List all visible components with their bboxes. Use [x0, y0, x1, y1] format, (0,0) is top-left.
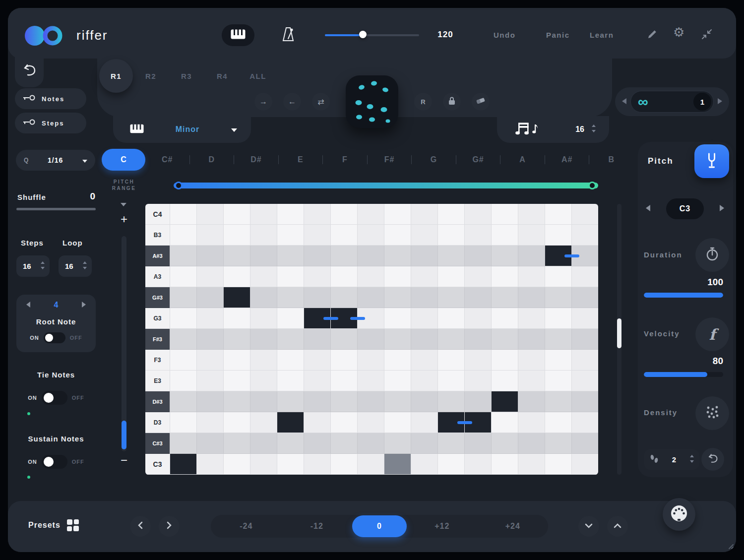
grid-cell[interactable]: [384, 454, 411, 475]
grid-cell[interactable]: [277, 454, 304, 475]
grid-cell[interactable]: [250, 225, 277, 246]
grid-cell[interactable]: [250, 266, 277, 287]
grid-cell[interactable]: [491, 412, 518, 433]
keyboard-button[interactable]: [222, 24, 254, 46]
grid-cell[interactable]: [277, 308, 304, 329]
grid-cell[interactable]: [518, 371, 545, 391]
octave-down-button[interactable]: [578, 516, 599, 537]
spinner-arrows-icon[interactable]: [689, 454, 694, 465]
grid-cell[interactable]: [437, 371, 464, 391]
grid-cell[interactable]: [170, 329, 196, 350]
spinner-arrows-icon[interactable]: [82, 261, 87, 272]
duration-slider[interactable]: [644, 293, 723, 298]
grid-cell[interactable]: [491, 287, 518, 308]
prev-preset-button[interactable]: [130, 516, 151, 537]
edit-pencil-icon[interactable]: [647, 29, 657, 41]
pitch-next-icon[interactable]: [720, 204, 724, 213]
grid-cell[interactable]: [223, 266, 250, 287]
note-letter-e[interactable]: E: [279, 155, 323, 164]
pitch-mode-button[interactable]: [694, 144, 729, 178]
step-count-spinner[interactable]: [591, 124, 596, 135]
grid-cell[interactable]: [545, 287, 571, 308]
tie-notes-toggle[interactable]: [42, 391, 67, 405]
note-letter-a[interactable]: A: [500, 155, 545, 164]
grid-cell[interactable]: [411, 266, 437, 287]
grid-cell[interactable]: [545, 391, 571, 412]
grid-cell[interactable]: [223, 329, 250, 350]
grid-cell[interactable]: [518, 287, 545, 308]
grid-cell[interactable]: [170, 350, 196, 371]
grid-cell[interactable]: [464, 391, 491, 412]
spinner-arrows-icon[interactable]: [40, 261, 45, 272]
grid-cell[interactable]: [196, 246, 223, 266]
learn-button[interactable]: Learn: [590, 31, 614, 39]
shift-right-button[interactable]: →: [254, 93, 272, 111]
grid-cell[interactable]: [330, 204, 357, 225]
step-count-control[interactable]: 16: [497, 116, 609, 143]
root-note-toggle[interactable]: [44, 332, 65, 343]
grid-cell[interactable]: [545, 454, 571, 475]
grid-cell[interactable]: [518, 454, 545, 475]
grid-cell[interactable]: [170, 266, 196, 287]
grid-cell[interactable]: [223, 204, 250, 225]
octave-option-p12[interactable]: +12: [407, 522, 478, 531]
grid-cell[interactable]: [437, 204, 464, 225]
grid-cell[interactable]: [464, 308, 491, 329]
grid-cell[interactable]: [571, 308, 598, 329]
grid-cell[interactable]: [357, 371, 384, 391]
grid-cell[interactable]: [170, 246, 196, 266]
grid-cell[interactable]: [518, 308, 545, 329]
grid-cell[interactable]: [411, 204, 437, 225]
grid-cell[interactable]: [330, 350, 357, 371]
grid-cell[interactable]: [491, 246, 518, 266]
resize-window-icon[interactable]: [701, 29, 712, 42]
octave-option-0[interactable]: 0: [352, 515, 407, 537]
next-preset-button[interactable]: [159, 516, 180, 537]
grid-cell[interactable]: [357, 433, 384, 454]
grid-cell[interactable]: [277, 433, 304, 454]
grid-cell[interactable]: [491, 371, 518, 391]
grid-cell[interactable]: [571, 266, 598, 287]
grid-cell[interactable]: [170, 454, 196, 475]
grid-cell[interactable]: [330, 391, 357, 412]
grid-cell[interactable]: [437, 308, 464, 329]
undo-button[interactable]: Undo: [494, 31, 515, 39]
grid-cell[interactable]: [437, 350, 464, 371]
duration-button[interactable]: [695, 238, 729, 272]
grid-cell[interactable]: [545, 308, 571, 329]
grid-cell[interactable]: [518, 204, 545, 225]
grid-cell[interactable]: [223, 454, 250, 475]
grid-cell[interactable]: [545, 246, 571, 266]
randomizer-tab-r4[interactable]: R4: [204, 72, 240, 80]
grid-cell[interactable]: [196, 454, 223, 475]
grid-cell[interactable]: [571, 225, 598, 246]
note-letter-ds[interactable]: D#: [234, 155, 278, 164]
grid-cell[interactable]: [464, 287, 491, 308]
root-prev-icon[interactable]: [26, 301, 30, 310]
grid-cell[interactable]: [545, 350, 571, 371]
zoom-in-button[interactable]: +: [118, 212, 130, 226]
grid-cell[interactable]: [196, 350, 223, 371]
bpm-slider-handle[interactable]: [359, 31, 367, 38]
grid-cell[interactable]: [277, 287, 304, 308]
grid-cell[interactable]: [411, 308, 437, 329]
grid-cell[interactable]: [304, 371, 330, 391]
grid-cell[interactable]: [437, 433, 464, 454]
grid-cell[interactable]: [223, 371, 250, 391]
notes-lock-toggle[interactable]: Notes: [15, 88, 86, 109]
vertical-zoom-thumb[interactable]: [122, 421, 126, 449]
grid-cell[interactable]: [330, 287, 357, 308]
grid-cell[interactable]: [437, 225, 464, 246]
grid-cell[interactable]: [196, 371, 223, 391]
grid-cell[interactable]: [304, 433, 330, 454]
sustain-notes-toggle[interactable]: [42, 455, 67, 469]
grid-cell[interactable]: [464, 225, 491, 246]
grid-cell[interactable]: [491, 204, 518, 225]
erase-button[interactable]: [472, 93, 490, 111]
grid-cell[interactable]: [196, 433, 223, 454]
grid-cell[interactable]: [223, 308, 250, 329]
grid-cell[interactable]: [196, 204, 223, 225]
grid-cell[interactable]: [411, 391, 437, 412]
grid-cell[interactable]: [223, 391, 250, 412]
back-button[interactable]: [15, 55, 44, 87]
